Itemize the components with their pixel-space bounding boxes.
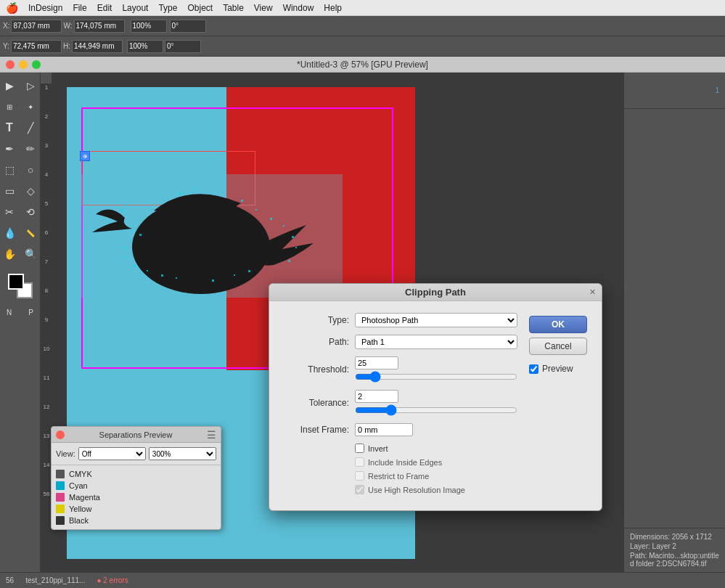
menu-file[interactable]: File [73,3,86,13]
type-tool[interactable]: T [0,118,20,138]
menu-window[interactable]: Window [283,3,314,13]
threshold-input[interactable] [355,356,398,369]
include-edges-row: Include Inside Edges [355,457,517,467]
inset-input[interactable] [355,423,413,436]
threshold-container [355,356,517,383]
clipping-path-dialog: Clipping Path ✕ Type: None Detect Edges … [269,283,602,511]
maximize-button[interactable] [32,60,41,69]
content-tool[interactable]: ✦ [20,97,41,117]
color-swatches[interactable] [8,274,33,298]
w-input[interactable] [74,20,125,33]
include-edges-checkbox[interactable] [355,457,364,467]
selection-tool[interactable]: ▶ [0,75,20,96]
svg-rect-2 [121,209,123,211]
restrict-label: Restrict to Frame [368,472,429,481]
layer-text: Layer: Layer 2 [630,542,719,550]
cancel-button[interactable]: Cancel [529,338,587,355]
tolerance-slider[interactable] [355,404,517,416]
svg-rect-22 [212,279,214,282]
sep-view-label: View: [56,449,75,458]
angle2-input[interactable] [165,40,201,53]
preview-mode[interactable]: P [21,302,41,322]
hires-label: Use High Resolution Image [368,486,465,494]
dialog-title-bar: Clipping Path ✕ [269,284,602,301]
menu-type[interactable]: Type [158,3,177,13]
direct-selection-tool[interactable]: ▷ [20,75,41,96]
cyan-dot [56,481,65,490]
eyedropper-tool[interactable]: 💧 [0,223,20,243]
threshold-slider[interactable] [355,371,517,383]
menu-indesign[interactable]: InDesign [28,3,62,13]
hires-checkbox[interactable] [355,485,364,494]
free-transform-tool[interactable]: ⟲ [20,202,41,222]
pen-tool[interactable]: ✒ [0,139,20,159]
sep-row-magenta[interactable]: Magenta [56,491,216,503]
tolerance-container [355,390,517,416]
rect-tool[interactable]: ▭ [0,181,20,201]
zoom-tool[interactable]: 🔍 [20,244,41,264]
cyan-label: Cyan [69,481,88,490]
sep-row-black[interactable]: Black [56,515,216,526]
menu-help[interactable]: Help [324,3,342,13]
sep-close-button[interactable] [56,430,65,439]
fg-color-swatch[interactable] [8,274,24,290]
svg-rect-17 [125,256,126,258]
menu-edit[interactable]: Edit [97,3,112,13]
scissors-tool[interactable]: ✂ [0,202,20,222]
toolbar-second: Y: H: [0,36,725,57]
menu-bar: 🍎 InDesign File Edit Layout Type Object … [0,0,725,16]
x-input[interactable] [11,20,62,33]
filename-status[interactable]: test_210ppi_111... [25,576,85,584]
cmyk-dot [56,470,65,478]
magenta-label: Magenta [69,493,100,502]
angle-input[interactable] [170,20,206,33]
sep-panel-body: CMYK Cyan Magenta Yellow Black [52,465,221,529]
zoom-input[interactable] [131,20,167,33]
black-label: Black [69,516,89,525]
hand-tool[interactable]: ✋ [0,244,20,264]
menu-layout[interactable]: Layout [122,3,148,13]
black-dot [56,516,65,525]
type-row: Type: None Detect Edges Alpha Channel Ph… [284,313,517,327]
y-input[interactable] [11,40,62,53]
tolerance-input[interactable] [355,390,398,403]
zoom2-input[interactable] [127,40,163,53]
menu-object[interactable]: Object [187,3,213,13]
svg-rect-13 [136,229,137,230]
gap-tool[interactable]: ⊞ [0,97,20,117]
pencil-tool[interactable]: ✏ [20,139,41,159]
title-bar: *Untitled-3 @ 57% [GPU Preview] [0,57,725,73]
minimize-button[interactable] [19,60,28,69]
h-input[interactable] [72,40,123,53]
sep-row-cmyk[interactable]: CMYK [56,468,216,480]
restrict-checkbox[interactable] [355,471,364,481]
magenta-dot [56,493,65,502]
sep-zoom-select[interactable]: 300% [149,447,216,460]
ok-button[interactable]: OK [529,316,587,333]
menu-view[interactable]: View [254,3,273,13]
rect-frame-tool[interactable]: ⬚ [0,160,20,180]
sep-row-yellow[interactable]: Yellow [56,503,216,515]
sep-row-cyan[interactable]: Cyan [56,480,216,491]
measure-tool[interactable]: 📏 [20,223,41,243]
invert-label: Invert [368,444,388,453]
sep-view-select[interactable]: Off [78,447,146,460]
path-select[interactable]: Path 1 [355,335,517,349]
svg-rect-4 [179,192,181,195]
status-bar: 56 test_210ppi_111... ● 2 errors [0,572,725,588]
preview-checkbox[interactable] [529,364,538,374]
normal-mode[interactable]: N [0,302,20,322]
line-tool[interactable]: ╱ [20,118,41,138]
invert-checkbox[interactable] [355,444,364,453]
menu-table[interactable]: Table [223,3,244,13]
apple-menu[interactable]: 🍎 [6,2,18,14]
right-panel-content [624,109,725,528]
sep-menu-icon[interactable]: ☰ [207,429,216,441]
dialog-close-x-icon[interactable]: ✕ [589,287,596,297]
type-select[interactable]: None Detect Edges Alpha Channel Photosho… [355,313,517,327]
ellipse-frame-tool[interactable]: ○ [20,160,41,180]
sep-panel-titlebar: Separations Preview ☰ [52,427,221,443]
close-button[interactable] [6,60,15,69]
svg-rect-24 [248,270,250,272]
shape-tool[interactable]: ◇ [20,181,41,201]
